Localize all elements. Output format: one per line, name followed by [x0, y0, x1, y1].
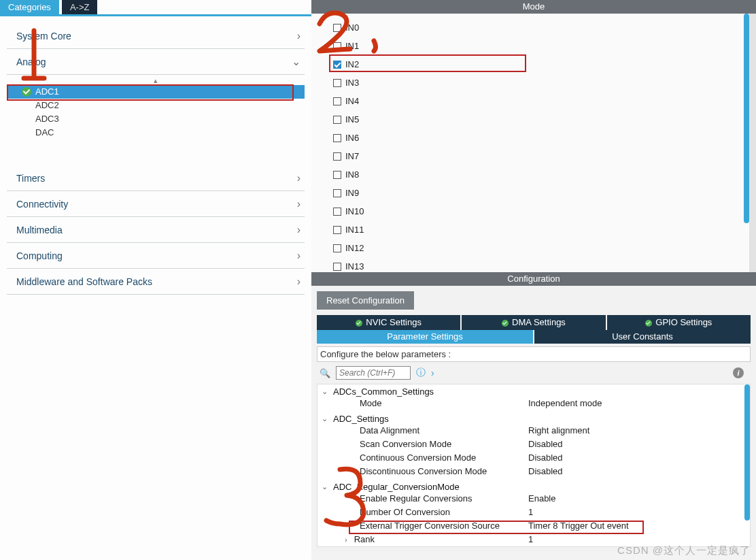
- sub-item-dac[interactable]: DAC: [7, 126, 305, 139]
- category-multimedia[interactable]: Multimedia ›: [7, 217, 305, 243]
- search-icon[interactable]: 🔍: [320, 368, 330, 378]
- channel-in3[interactable]: IN3: [333, 73, 749, 92]
- analog-sub-list: ADC1 ADC2 ADC3 DAC: [7, 85, 305, 146]
- sub-item-adc2[interactable]: ADC2: [7, 99, 305, 112]
- param-row[interactable]: ModeIndependent mode: [317, 398, 750, 412]
- param-row[interactable]: Scan Conversion ModeDisabled: [317, 439, 750, 452]
- channel-in12[interactable]: IN12: [333, 239, 749, 257]
- channel-label: IN13: [345, 261, 364, 271]
- param-row[interactable]: Enable Regular ConversionsEnable: [317, 493, 750, 507]
- scrollbar[interactable]: [744, 14, 749, 223]
- channel-label: IN8: [345, 169, 359, 180]
- channel-in6[interactable]: IN6: [333, 129, 749, 147]
- param-value: Enable: [528, 493, 555, 507]
- param-value: Disabled: [528, 439, 563, 452]
- chevron-right-icon: ›: [297, 30, 300, 42]
- param-group-header[interactable]: ⌄ADCs_Common_Settings: [317, 384, 750, 398]
- search-input[interactable]: [336, 366, 411, 380]
- category-system-core[interactable]: System Core ›: [7, 23, 305, 49]
- category-timers[interactable]: Timers ›: [7, 165, 305, 191]
- param-name: Data Alignment: [317, 425, 528, 439]
- channel-in11[interactable]: IN11: [333, 220, 749, 239]
- param-row[interactable]: Discontinuous Conversion ModeDisabled: [317, 466, 750, 480]
- param-name: Mode: [317, 398, 528, 412]
- checkbox-icon: [333, 24, 341, 32]
- channel-label: IN5: [345, 114, 359, 125]
- param-name: External Trigger Conversion Source: [317, 521, 528, 534]
- param-name: Discontinuous Conversion Mode: [317, 466, 528, 480]
- category-connectivity[interactable]: Connectivity ›: [7, 191, 305, 217]
- param-name: Enable Regular Conversions: [317, 493, 528, 507]
- param-value: Timer 8 Trigger Out event: [528, 521, 629, 534]
- param-row[interactable]: Data AlignmentRight alignment: [317, 425, 750, 439]
- config-tabs-row2: Parameter Settings User Constants: [317, 330, 751, 344]
- prev-match-icon[interactable]: ⓘ: [416, 367, 426, 379]
- param-group-header[interactable]: ⌄ADC_Settings: [317, 412, 750, 425]
- channel-in8[interactable]: IN8: [333, 165, 749, 184]
- channel-in5[interactable]: IN5: [333, 110, 749, 129]
- tab-parameter-settings[interactable]: Parameter Settings: [317, 330, 533, 344]
- next-match-icon[interactable]: ›: [431, 367, 434, 378]
- param-row[interactable]: External Trigger Conversion SourceTimer …: [317, 521, 750, 534]
- tab-label: GPIO Settings: [655, 317, 712, 327]
- configuration-header: Configuration: [311, 272, 756, 286]
- checkbox-icon: [333, 244, 341, 252]
- channel-label: IN1: [345, 41, 359, 51]
- channel-in0[interactable]: IN0: [333, 18, 749, 37]
- channel-in4[interactable]: IN4: [333, 92, 749, 110]
- checkbox-icon: [333, 61, 341, 69]
- category-computing[interactable]: Computing ›: [7, 243, 305, 269]
- configuration-body: Reset Configuration NVIC Settings DMA Se…: [311, 286, 756, 553]
- chevron-right-icon: ›: [297, 198, 300, 210]
- param-row[interactable]: Continuous Conversion ModeDisabled: [317, 452, 750, 466]
- channel-in13[interactable]: IN13: [333, 257, 749, 272]
- checkbox-icon: [333, 171, 341, 179]
- watermark: CSDN @这个人一定是疯了: [617, 544, 751, 557]
- category-analog[interactable]: Analog ⌄: [7, 49, 305, 75]
- sub-item-adc1[interactable]: ADC1: [7, 85, 305, 99]
- expand-icon: ⌄: [322, 414, 328, 423]
- tab-user-constants[interactable]: User Constants: [534, 330, 751, 344]
- chevron-right-icon: ›: [297, 250, 300, 262]
- tab-gpio-settings[interactable]: GPIO Settings: [607, 315, 751, 330]
- chevron-right-icon: ›: [297, 276, 300, 288]
- tab-categories[interactable]: Categories: [0, 0, 59, 14]
- expand-icon: ⌄: [322, 387, 328, 396]
- chevron-right-icon: ›: [297, 224, 300, 236]
- scrollbar[interactable]: [744, 384, 750, 521]
- reset-configuration-button[interactable]: Reset Configuration: [317, 291, 414, 310]
- config-tabs-row1: NVIC Settings DMA Settings GPIO Settings: [317, 315, 751, 330]
- channel-in2[interactable]: IN2: [333, 55, 749, 73]
- channel-in10[interactable]: IN10: [333, 202, 749, 220]
- collapse-up-icon[interactable]: ▴: [7, 76, 305, 85]
- tab-dma-settings[interactable]: DMA Settings: [462, 315, 605, 330]
- param-group-header[interactable]: ⌄ADC_Regular_ConversionMode: [317, 480, 750, 493]
- channel-label: IN3: [345, 78, 359, 88]
- left-tab-bar: Categories A->Z: [0, 0, 311, 16]
- channel-label: IN2: [345, 59, 359, 69]
- param-value: Right alignment: [528, 425, 589, 439]
- left-panel: Categories A->Z System Core › Analog ⌄ ▴…: [0, 0, 311, 560]
- info-icon[interactable]: i: [733, 367, 744, 378]
- channel-list: IN0IN1IN2IN3IN4IN5IN6IN7IN8IN9IN10IN11IN…: [311, 14, 749, 272]
- category-label: Analog: [16, 56, 46, 67]
- checkbox-icon: [333, 208, 341, 216]
- channel-in1[interactable]: IN1: [333, 37, 749, 55]
- category-middleware[interactable]: Middleware and Software Packs ›: [7, 269, 305, 295]
- chevron-down-icon: ⌄: [292, 55, 300, 68]
- param-row[interactable]: Number Of Conversion1: [317, 507, 750, 521]
- tab-nvic-settings[interactable]: NVIC Settings: [317, 315, 460, 330]
- channel-in7[interactable]: IN7: [333, 147, 749, 165]
- category-label: Connectivity: [16, 199, 68, 210]
- param-value: 1: [528, 534, 533, 547]
- tab-label: DMA Settings: [512, 317, 566, 327]
- sub-item-adc3[interactable]: ADC3: [7, 112, 305, 126]
- tab-label: User Constants: [612, 331, 673, 342]
- tab-a-to-z[interactable]: A->Z: [62, 0, 98, 14]
- channel-label: IN9: [345, 188, 359, 198]
- channel-label: IN12: [345, 243, 364, 253]
- channel-label: IN11: [345, 225, 364, 235]
- mode-body: IN0IN1IN2IN3IN4IN5IN6IN7IN8IN9IN10IN11IN…: [311, 14, 756, 272]
- channel-in9[interactable]: IN9: [333, 184, 749, 202]
- param-name: Continuous Conversion Mode: [317, 452, 528, 466]
